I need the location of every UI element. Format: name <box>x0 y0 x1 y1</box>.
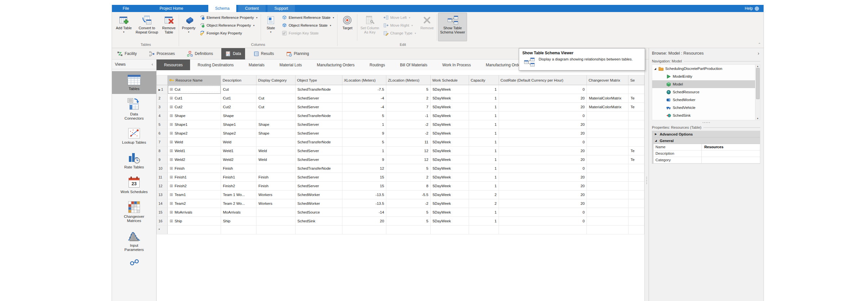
cell-se[interactable]: Te <box>628 146 644 155</box>
expand-row-icon[interactable]: ⊞ <box>169 114 173 118</box>
expand-row-icon[interactable]: ⊞ <box>169 149 173 153</box>
ribbon-collapse-icon[interactable]: ⌃ <box>758 42 761 46</box>
expand-row-icon[interactable]: ⊞ <box>169 210 173 214</box>
column-header-changeover-matrix[interactable]: Changeover Matrix <box>587 75 628 85</box>
cell-zloc[interactable]: 12 <box>386 155 431 164</box>
help-menu[interactable]: Help <box>745 6 753 11</box>
cell-cat[interactable] <box>256 111 296 120</box>
cell-zloc[interactable]: 8 <box>386 182 431 191</box>
mode-tab-data[interactable]: 21.94.32Data <box>221 48 245 60</box>
cell-zloc[interactable]: -5.5 <box>386 191 431 199</box>
cell-cat[interactable] <box>256 208 296 217</box>
cell-sched[interactable]: 5DayWeek <box>431 146 469 155</box>
cell-name[interactable]: ⊞Cut2 <box>167 103 221 111</box>
cell-cat[interactable] <box>256 217 296 226</box>
cell-xloc[interactable]: -4 <box>342 94 386 103</box>
table-tab-materials[interactable]: Materials <box>241 60 272 70</box>
set-column-as-key-button[interactable]: Set Column As Key <box>358 13 381 41</box>
cell-cost[interactable]: 20 <box>499 155 587 164</box>
cell-xloc[interactable]: 1 <box>342 120 386 129</box>
column-header-se[interactable]: Se <box>628 75 644 85</box>
scroll-up-icon[interactable]: ▲ <box>757 65 759 67</box>
cell-type[interactable]: SchedServer <box>295 182 342 191</box>
cell-cap[interactable]: 1 <box>469 208 499 217</box>
sidebar-item-tables[interactable]: Tables <box>112 71 156 94</box>
row-selector[interactable]: ▶1 <box>157 85 167 94</box>
table-tab-material-lots[interactable]: Material Lots <box>272 60 310 70</box>
cell-xloc[interactable]: 1 <box>342 146 386 155</box>
cell-cat[interactable]: Finish <box>256 182 296 191</box>
cell-desc[interactable]: Weld <box>221 138 256 146</box>
object-reference-state-button[interactable]: Object Reference State▾ <box>280 22 336 29</box>
cell-desc[interactable]: MoArrivals <box>221 208 256 217</box>
cell-desc[interactable]: Team 1 Wo... <box>221 191 256 199</box>
cell-matrix[interactable] <box>587 191 628 199</box>
cell-cap[interactable]: 2 <box>469 191 499 199</box>
cell-xloc[interactable]: -13.5 <box>342 199 386 208</box>
tree-item-modelentity[interactable]: ModelEntity <box>652 72 760 80</box>
column-header-costrate-default-currency-per-hour[interactable]: CostRate (Default Currency per Hour) <box>499 75 587 85</box>
expand-row-icon[interactable]: ⊞ <box>169 105 173 109</box>
table-tab-routings[interactable]: Routings <box>362 60 393 70</box>
cell-cost[interactable]: 0 <box>499 85 587 94</box>
column-header-display-category[interactable]: Display Category <box>256 75 296 85</box>
cell-matrix[interactable] <box>587 146 628 155</box>
cell-matrix[interactable] <box>587 208 628 217</box>
cell-se[interactable]: Te <box>628 103 644 111</box>
cell-xloc[interactable]: -4 <box>342 103 386 111</box>
cell-zloc[interactable]: -2 <box>386 129 431 138</box>
scroll-thumb[interactable] <box>756 68 760 99</box>
target-button[interactable]: Target <box>339 13 356 41</box>
show-table-schema-viewer-button[interactable]: Show Table Schema Viewer <box>438 13 467 41</box>
mode-tab-processes[interactable]: Processes <box>145 48 179 60</box>
cell-name[interactable]: ⊞Finish1 <box>167 173 221 182</box>
cell-xloc[interactable]: -7.5 <box>342 85 386 94</box>
cell-matrix[interactable] <box>587 129 628 138</box>
cell-matrix[interactable] <box>587 199 628 208</box>
cell-zloc[interactable]: -1 <box>386 111 431 120</box>
cell-sched[interactable]: 5DayWeek <box>431 164 469 173</box>
cell-matrix[interactable] <box>587 138 628 146</box>
cell-cat[interactable]: Cut <box>256 94 296 103</box>
cell-xloc[interactable]: 15 <box>342 182 386 191</box>
cell-se[interactable] <box>628 85 644 94</box>
column-header-description[interactable]: Description <box>221 75 256 85</box>
cell-cat[interactable]: Workers <box>256 199 296 208</box>
row-selector[interactable]: 8 <box>157 146 167 155</box>
cell-xloc[interactable]: -13.5 <box>342 191 386 199</box>
cell-type[interactable]: SchedTransferNode <box>295 164 342 173</box>
column-header-capacity[interactable]: Capacity <box>469 75 499 85</box>
cell-zloc[interactable]: 5 <box>386 85 431 94</box>
tree-scrollbar[interactable]: ▲ ▼ <box>755 65 760 120</box>
cell-cost[interactable]: 20 <box>499 173 587 182</box>
cell-se[interactable] <box>628 138 644 146</box>
table-tab-bill-of-materials[interactable]: Bill Of Materials <box>393 60 435 70</box>
cell-type[interactable]: SchedSource <box>295 208 342 217</box>
panel-splitter[interactable] <box>644 60 649 301</box>
cell-sched[interactable]: 5DayWeek <box>431 182 469 191</box>
cell-cost[interactable]: 20 <box>499 146 587 155</box>
cell-name[interactable]: ⊞Weld1 <box>167 146 221 155</box>
cell-cap[interactable]: 1 <box>469 94 499 103</box>
cell-empty[interactable] <box>499 226 587 234</box>
cell-type[interactable]: SchedServer <box>295 155 342 164</box>
sidebar-item-work-schedules[interactable]: 23Work Schedules <box>112 173 156 197</box>
cell-sched[interactable]: 5DayWeek <box>431 173 469 182</box>
cell-xloc[interactable]: 9 <box>342 129 386 138</box>
cell-zloc[interactable]: 5 <box>386 208 431 217</box>
add-table-button[interactable]: Add Table▾ <box>114 13 134 41</box>
cell-zloc[interactable]: 5 <box>386 164 431 173</box>
expand-row-icon[interactable]: ⊞ <box>169 123 173 127</box>
cell-desc[interactable]: Cut <box>221 85 256 94</box>
cell-sched[interactable]: 5DayWeek <box>431 191 469 199</box>
move-left-button[interactable]: Move Left▾ <box>382 14 417 22</box>
cell-empty[interactable] <box>256 226 296 234</box>
cell-cap[interactable]: 1 <box>469 85 499 94</box>
cell-name[interactable]: ⊞MoArrivals <box>167 208 221 217</box>
expand-row-icon[interactable]: ⊞ <box>169 166 173 170</box>
cell-se[interactable] <box>628 173 644 182</box>
cell-desc[interactable]: Finish1 <box>221 173 256 182</box>
cell-cap[interactable]: 2 <box>469 199 499 208</box>
cell-desc[interactable]: Finish2 <box>221 182 256 191</box>
row-selector[interactable]: 6 <box>157 129 167 138</box>
